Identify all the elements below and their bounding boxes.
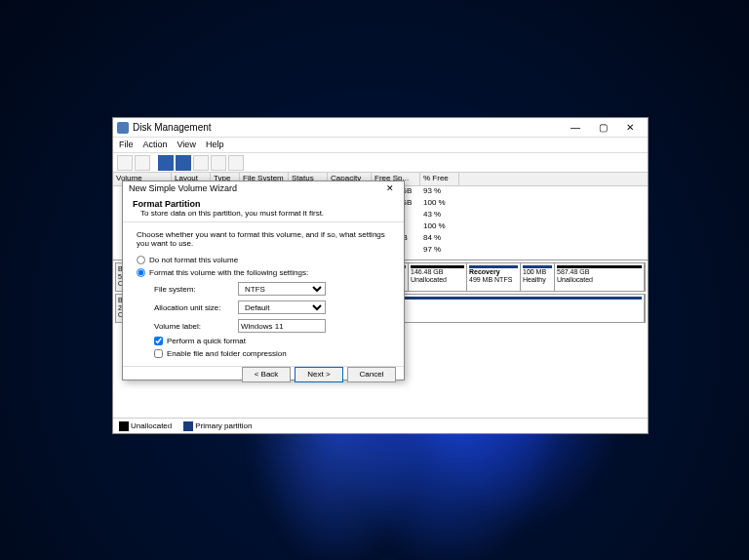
toolbar-refresh-icon[interactable] xyxy=(193,155,209,171)
titlebar: Disk Management — ▢ ✕ xyxy=(113,118,648,138)
maximize-button[interactable]: ▢ xyxy=(589,119,616,137)
wizard-titlebar: New Simple Volume Wizard ✕ xyxy=(123,181,404,195)
wizard-body: Choose whether you want to format this v… xyxy=(123,222,404,366)
partition-recovery[interactable]: Recovery 499 MB NTFS xyxy=(467,263,521,291)
legend-swatch-unallocated xyxy=(119,421,129,431)
toolbar-extra-icon[interactable] xyxy=(228,155,244,171)
window-title: Disk Management xyxy=(133,122,562,133)
checkbox-enable-compression[interactable] xyxy=(154,349,163,358)
toolbar-view1-icon[interactable] xyxy=(158,155,174,171)
minimize-button[interactable]: — xyxy=(562,119,589,137)
radio-do-not-format[interactable] xyxy=(137,256,145,264)
select-filesystem[interactable]: NTFS xyxy=(238,282,326,296)
wizard-footer: < Back Next > Cancel xyxy=(123,366,404,382)
menu-help[interactable]: Help xyxy=(206,140,224,150)
input-volume-label[interactable] xyxy=(238,319,326,333)
cancel-button[interactable]: Cancel xyxy=(347,367,396,382)
label-filesystem: File system: xyxy=(154,285,232,294)
wizard-close-button[interactable]: ✕ xyxy=(382,183,398,193)
legend: Unallocated Primary partition xyxy=(113,418,648,433)
toolbar-forward-icon[interactable] xyxy=(135,155,150,171)
back-button[interactable]: < Back xyxy=(242,367,291,382)
toolbar-help-icon[interactable] xyxy=(211,155,226,171)
partition-unallocated[interactable]: 146.48 GB Unallocated xyxy=(409,263,467,291)
legend-swatch-primary xyxy=(183,421,193,431)
label-volume-label: Volume label: xyxy=(154,322,232,331)
menu-file[interactable]: File xyxy=(119,140,134,150)
wizard-title: New Simple Volume Wizard xyxy=(129,183,382,193)
wizard-intro: Choose whether you want to format this v… xyxy=(137,230,390,248)
close-button[interactable]: ✕ xyxy=(616,119,644,137)
toolbar xyxy=(113,153,648,173)
partition-unallocated[interactable]: 587.48 GB Unallocated xyxy=(555,263,645,291)
radio-format-volume[interactable] xyxy=(137,268,145,277)
app-icon xyxy=(117,122,129,134)
menu-view[interactable]: View xyxy=(177,140,196,150)
menubar: File Action View Help xyxy=(113,138,648,153)
select-allocation-unit[interactable]: Default xyxy=(238,300,326,314)
partition[interactable]: 100 MB Healthy xyxy=(521,263,555,291)
next-button[interactable]: Next > xyxy=(295,367,343,382)
checkbox-quick-format[interactable] xyxy=(154,337,163,345)
wizard-header: Format Partition To store data on this p… xyxy=(123,195,404,222)
toolbar-view2-icon[interactable] xyxy=(176,155,191,171)
wizard-heading: Format Partition xyxy=(133,199,394,209)
toolbar-back-icon[interactable] xyxy=(117,155,133,171)
label-allocation-unit: Allocation unit size: xyxy=(154,303,232,312)
menu-action[interactable]: Action xyxy=(143,140,168,150)
new-simple-volume-wizard: New Simple Volume Wizard ✕ Format Partit… xyxy=(122,180,405,380)
col-pctfree[interactable]: % Free xyxy=(420,173,459,185)
wizard-subheading: To store data on this partition, you mus… xyxy=(133,209,394,218)
